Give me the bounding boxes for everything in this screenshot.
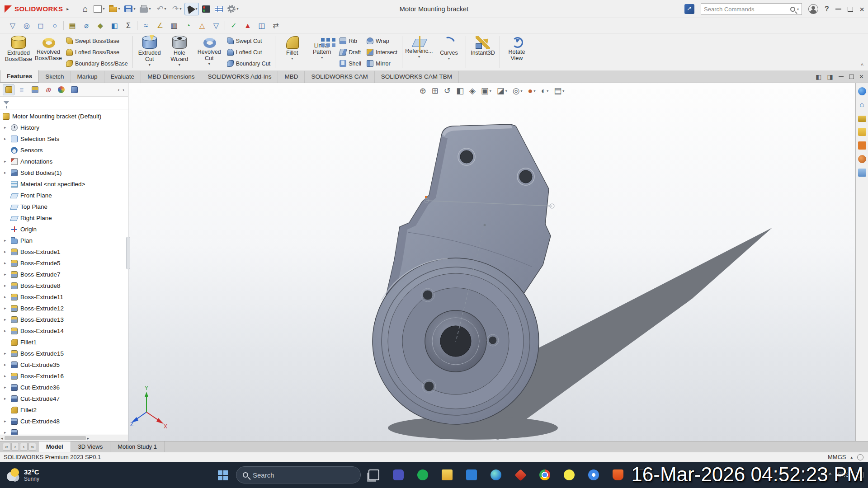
new-document-icon[interactable]: ▾ <box>92 3 106 15</box>
3d-viewport[interactable]: Y Z X <box>128 83 855 441</box>
tabs-scroll-right-icon[interactable]: › <box>123 86 124 93</box>
design-checker-icon[interactable]: ▲ <box>242 20 253 31</box>
commandmanager-tab[interactable]: Markup <box>71 71 104 83</box>
feature-tree-item[interactable]: ▸ Boss-Extrude13 <box>1 314 128 325</box>
expand-chevron-icon[interactable]: ▸ <box>4 362 6 367</box>
window-close-button[interactable]: × <box>859 5 864 14</box>
command-search-input[interactable] <box>704 6 788 13</box>
feature-tree-item[interactable]: Fillet1 <box>1 337 128 348</box>
brave-icon[interactable] <box>606 462 630 488</box>
feature-tree-item[interactable]: ▸ Boss-Extrude12 <box>1 303 128 314</box>
marketplace-icon[interactable] <box>684 4 694 14</box>
expand-chevron-icon[interactable]: ▸ <box>4 261 6 265</box>
curvature-icon[interactable]: ◔ <box>183 20 193 31</box>
ribbon-small-button[interactable]: Draft <box>337 47 364 58</box>
curvature-comb-icon[interactable]: ≈ <box>141 20 151 31</box>
window-minimize-button[interactable] <box>835 9 841 9</box>
feature-tree-item[interactable]: Sensors <box>1 145 128 156</box>
scroll-left-icon[interactable]: ◂ <box>1 436 3 441</box>
zebra-stripes-icon[interactable]: ▥ <box>169 20 179 31</box>
units-dropdown-icon[interactable]: ▴ <box>850 455 853 460</box>
feature-tree-item[interactable]: Origin <box>1 224 128 235</box>
ribbon-small-button[interactable]: Boundary Cut <box>224 58 273 69</box>
document-restore-button[interactable] <box>849 75 854 79</box>
pane-left-icon[interactable]: ◧ <box>816 73 821 80</box>
taskbar-search[interactable] <box>236 466 361 483</box>
feature-tree-item[interactable]: Top Plane <box>1 201 128 212</box>
ribbon-small-button[interactable]: Swept Cut <box>224 35 273 47</box>
document-tab[interactable]: 3D Views <box>71 441 111 452</box>
tab-nav-next-icon[interactable]: › <box>20 443 28 450</box>
feature-tree-item[interactable]: ▸ Cut-Extrude36 <box>1 382 128 393</box>
lasso-selection-icon[interactable]: ○ <box>49 20 60 31</box>
tab-nav-prev-icon[interactable]: ‹ <box>11 443 19 450</box>
expand-chevron-icon[interactable]: ▸ <box>4 295 6 299</box>
rebuild-stoplight-icon[interactable] <box>201 3 212 15</box>
expand-chevron-icon[interactable]: ▸ <box>4 125 6 130</box>
expand-chevron-icon[interactable]: ▸ <box>4 385 6 389</box>
feature-tree-item[interactable]: ▸ Boss-Extrude7 <box>1 269 128 280</box>
propertymanager-tab-icon[interactable]: ≡ <box>16 84 28 95</box>
status-tag-icon[interactable] <box>857 454 863 460</box>
document-tab[interactable]: Motion Study 1 <box>110 441 165 452</box>
section-properties-icon[interactable]: ◧ <box>109 20 120 31</box>
pane-right-icon[interactable]: ◨ <box>827 73 833 80</box>
command-search[interactable]: ▾ <box>701 3 802 15</box>
expand-chevron-icon[interactable]: ▸ <box>4 374 6 378</box>
ribbon-big-button[interactable]: Linear Pattern ▾ <box>307 34 337 69</box>
spotify-icon[interactable] <box>410 462 435 488</box>
file-explorer-icon[interactable] <box>435 462 459 488</box>
deviation-analysis-icon[interactable]: ∠ <box>155 20 165 31</box>
expand-chevron-icon[interactable]: ▸ <box>4 328 6 333</box>
feature-tree-item[interactable]: ▸ History <box>1 122 128 133</box>
file-properties-icon[interactable] <box>213 3 224 15</box>
ribbon-small-button[interactable]: Shell <box>337 58 364 69</box>
commandmanager-tab[interactable]: Features <box>0 70 39 83</box>
expand-chevron-icon[interactable]: ▸ <box>4 351 6 356</box>
expand-chevron-icon[interactable]: ▸ <box>4 430 6 435</box>
view-palette-icon[interactable] <box>858 141 867 150</box>
window-maximize-button[interactable] <box>848 7 853 12</box>
save-icon[interactable]: ▾ <box>123 3 137 15</box>
expand-chevron-icon[interactable]: ▸ <box>4 249 6 254</box>
dynamic-annotation-icon[interactable]: ◈ <box>469 87 476 95</box>
undo-icon[interactable]: ▾ <box>154 3 167 15</box>
expand-chevron-icon[interactable]: ▸ <box>4 238 6 243</box>
panel-splitter-handle[interactable] <box>126 237 130 269</box>
feature-tree-item[interactable]: ▸ Boss-Extrude15 <box>1 348 128 359</box>
zoom-fit-icon[interactable]: ⊕ <box>420 87 426 95</box>
feature-tree-item[interactable]: ▸ Cut-Extrude47 <box>1 393 128 404</box>
undercut-analysis-icon[interactable]: ▽ <box>211 20 222 31</box>
commandmanager-tab[interactable]: MBD <box>278 71 305 83</box>
zoom-area-icon[interactable]: ⊞ <box>432 87 439 95</box>
search-dropdown-icon[interactable]: ▾ <box>797 7 799 11</box>
display-style-icon[interactable]: ◪ ▾ <box>497 87 507 95</box>
costing-icon[interactable]: ◫ <box>256 20 267 31</box>
print-icon[interactable]: ▾ <box>138 3 152 15</box>
feature-tree-item[interactable]: ▸ Cut-Extrude48 <box>1 416 128 427</box>
feature-tree-item[interactable]: ▸ Annotations <box>1 156 128 167</box>
ribbon-big-button[interactable]: Revolved Cut ▾ <box>194 34 224 69</box>
commandmanager-tab[interactable]: Sketch <box>39 71 71 83</box>
featuremanager-tab-icon[interactable] <box>3 84 14 95</box>
measure-icon[interactable]: ⌀ <box>81 20 92 31</box>
equations-icon[interactable]: Σ <box>123 20 134 31</box>
apply-scene-icon[interactable]: ◐ ▾ <box>541 87 548 95</box>
commandmanager-tab[interactable]: SOLIDWORKS CAM <box>305 71 374 83</box>
ribbon-big-button[interactable]: Extruded Cut ▾ <box>135 34 165 69</box>
teams-icon[interactable] <box>386 462 410 488</box>
ribbon-small-button[interactable]: Mirror <box>364 58 400 69</box>
ribbon-big-button[interactable]: Fillet ▾ <box>277 34 307 69</box>
scrollbar-thumb[interactable] <box>5 436 86 440</box>
home-icon[interactable] <box>80 3 90 15</box>
file-explorer-icon[interactable] <box>858 127 867 136</box>
feature-tree-item[interactable]: ▸ Boss-Extrude14 <box>1 325 128 337</box>
feature-tree-item[interactable]: ▸ Boss-Extrude11 <box>1 291 128 303</box>
feature-tree-item[interactable]: Material <not specified> <box>1 178 128 190</box>
weather-widget[interactable]: 32°C Sunny <box>0 462 46 488</box>
ribbon-big-button[interactable]: Referenc... ▾ <box>404 34 434 69</box>
ribbon-small-button[interactable]: Swept Boss/Base <box>63 35 131 47</box>
resources-home-icon[interactable]: ⌂ <box>858 100 867 109</box>
expand-chevron-icon[interactable]: ▸ <box>4 159 6 164</box>
units-selector[interactable]: MMGS <box>828 454 846 460</box>
